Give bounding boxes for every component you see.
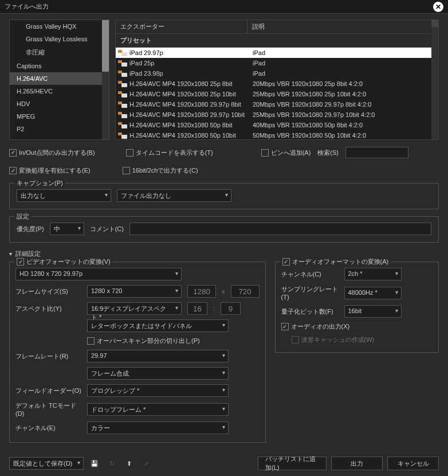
preset-name: H.264/AVC MP4 1920x1080 25p 10bit	[129, 91, 253, 97]
aspect-y-input[interactable]	[221, 302, 241, 315]
batch-button[interactable]: バッチリストに追加(L)	[258, 457, 327, 470]
preset-desc: 20Mbps VBR 1920x1080 25p 8bit 4:2:0	[253, 80, 363, 87]
preset-name: H.264/AVC MP4 1920x1080 50p 10bit	[129, 132, 253, 139]
tcmode-select[interactable]: ドロップフレーム *	[87, 403, 229, 416]
caption-title: キャプション(P)	[14, 179, 65, 188]
timecode-checkbox[interactable]: タイムコードを表示する(T)	[126, 149, 213, 157]
bottom-bar: 既定値として保存(D) 💾 ↻ ⬆ ⇗ バッチリストに追加(L) 出力 キャンセ…	[9, 457, 439, 470]
preset-name: H.264/AVC MP4 1920x1080 50p 8bit	[129, 122, 253, 128]
framerate-select[interactable]: 29.97	[87, 350, 229, 362]
preset-list: エクスポーター 説明 プリセット iPad 29.97piPadiPad 25p…	[115, 19, 439, 140]
preset-icon	[118, 60, 127, 67]
preset-row[interactable]: iPad 29.97piPad	[116, 48, 438, 58]
preset-name: iPad 23.98p	[129, 70, 253, 77]
height-input[interactable]	[231, 285, 260, 298]
priority-select[interactable]: 中	[50, 223, 84, 235]
comment-input[interactable]	[129, 223, 431, 235]
fieldorder-select[interactable]: プログレッシブ *	[87, 384, 229, 397]
preset-icon	[118, 122, 127, 128]
preset-row[interactable]: H.264/AVC MP4 1920x1080 25p 8bit20Mbps V…	[116, 79, 438, 89]
col-exporter[interactable]: エクスポーター	[116, 20, 247, 33]
width-input[interactable]	[187, 285, 216, 298]
preset-desc: 25Mbps VBR 1920x1080 29.97p 10bit 4:2:0	[253, 111, 375, 118]
inout-checkbox[interactable]: In/Out点間のみ出力する(B)	[9, 149, 95, 157]
preset-row[interactable]: H.264/AVC MP4 1920x1080 50p 8bit40Mbps V…	[116, 120, 438, 130]
convert-checkbox[interactable]: 変換処理を有効にする(E)	[9, 166, 91, 175]
tree-item[interactable]: Grass Valley HQX	[10, 20, 109, 33]
preset-icon	[118, 132, 127, 139]
caption-output-select[interactable]: 出力なし	[17, 189, 111, 202]
tree-item[interactable]: 非圧縮	[10, 45, 109, 60]
overscan-checkbox[interactable]: オーバースキャン部分の切り出し(P)	[87, 337, 200, 345]
preset-icon	[118, 71, 127, 77]
audio-channel-select[interactable]: 2ch *	[344, 268, 402, 280]
preset-group-header: プリセット	[116, 34, 438, 48]
preset-name: H.264/AVC MP4 1920x1080 29.97p 8bit	[129, 101, 253, 108]
bits-select[interactable]: 16bit	[344, 305, 402, 318]
framecomp-select[interactable]: フレーム合成	[87, 367, 229, 380]
letterbox-select[interactable]: レターボックスまたはサイドパネル	[87, 319, 229, 332]
preset-name: iPad 25p	[129, 60, 253, 67]
save-icon[interactable]: 💾	[88, 457, 101, 470]
preset-desc: 25Mbps VBR 1920x1080 25p 10bit 4:2:0	[253, 91, 366, 97]
preset-name: iPad 29.97p	[129, 49, 253, 56]
wavecache-checkbox[interactable]: 波形キャッシュの作成(W)	[292, 335, 375, 344]
col-description[interactable]: 説明	[247, 20, 438, 33]
cancel-button[interactable]: キャンセル	[387, 457, 439, 470]
list-scrollbar[interactable]	[431, 20, 438, 139]
scroll-up-icon[interactable]	[431, 20, 438, 27]
samplerate-select[interactable]: 48000Hz *	[344, 287, 402, 299]
tree-item[interactable]: Grass Valley Lossless	[10, 33, 109, 45]
close-button[interactable]: ✕	[433, 2, 443, 12]
audio-enable-checkbox[interactable]	[282, 258, 290, 266]
preset-row[interactable]: iPad 25piPad	[116, 58, 438, 68]
preset-desc: iPad	[253, 49, 265, 56]
caption-fieldset: キャプション(P) 出力なし ファイル出力なし	[9, 183, 439, 209]
comment-label: コメント(C)	[90, 225, 124, 233]
preset-icon	[118, 91, 127, 97]
video-preset-select[interactable]: HD 1280 x 720 29.97p	[15, 268, 182, 280]
settings-title: 設定	[14, 212, 32, 221]
tree-item[interactable]: MPEG	[10, 110, 109, 123]
refresh-icon[interactable]: ↻	[105, 457, 118, 470]
share-icon[interactable]: ⇗	[140, 457, 152, 470]
video-channel-select[interactable]: カラー	[87, 422, 229, 434]
category-tree[interactable]: Grass Valley HQXGrass Valley Lossless非圧縮…	[9, 19, 109, 140]
preset-name: H.264/AVC MP4 1920x1080 29.97p 10bit	[129, 111, 253, 118]
caption-file-select[interactable]: ファイル出力なし	[117, 189, 231, 202]
save-default-select[interactable]: 既定値として保存(D)	[9, 457, 84, 470]
preset-row[interactable]: H.264/AVC MP4 1920x1080 29.97p 8bit20Mbp…	[116, 99, 438, 110]
video-fieldset: ビデオフォーマットの変換(V) HD 1280 x 720 29.97p フレー…	[9, 262, 266, 443]
export-button[interactable]: 出力	[331, 457, 383, 470]
aspect-x-input[interactable]	[187, 302, 207, 315]
details-toggle[interactable]: 詳細設定	[9, 249, 439, 258]
bit16-checkbox[interactable]: 16bit/2chで出力する(C)	[123, 166, 198, 175]
titlebar: ファイルへ出力 ✕	[0, 0, 448, 14]
priority-label: 優先度(P)	[17, 225, 44, 233]
scrollbar-thumb[interactable]	[102, 20, 109, 72]
export-dialog: ファイルへ出力 ✕ Grass Valley HQXGrass Valley L…	[0, 0, 448, 476]
bin-checkbox[interactable]: ビンへ追加(A)	[261, 149, 311, 157]
audio-output-checkbox[interactable]: オーディオの出力(X)	[281, 322, 350, 331]
preset-icon	[118, 81, 127, 87]
tree-scrollbar[interactable]	[102, 20, 109, 139]
tree-item[interactable]: Captions	[10, 60, 109, 72]
aspect-select[interactable]: 16:9ディスプレイアスペクト *	[87, 302, 182, 315]
preset-row[interactable]: H.264/AVC MP4 1920x1080 50p 10bit50Mbps …	[116, 130, 438, 141]
tree-item[interactable]: H.265/HEVC	[10, 85, 109, 97]
search-input[interactable]	[345, 147, 408, 158]
preset-desc: iPad	[253, 60, 265, 67]
preset-desc: iPad	[253, 70, 265, 77]
preset-row[interactable]: H.264/AVC MP4 1920x1080 25p 10bit25Mbps …	[116, 89, 438, 99]
tree-item[interactable]: H.264/AVC	[10, 72, 109, 85]
export-up-icon[interactable]: ⬆	[123, 457, 135, 470]
search-label: 検索(S)	[317, 149, 339, 157]
preset-icon	[118, 102, 127, 108]
framesize-select[interactable]: 1280 x 720	[87, 285, 182, 298]
video-enable-checkbox[interactable]	[17, 258, 24, 266]
tree-item[interactable]: P2	[10, 123, 109, 135]
preset-row[interactable]: H.264/AVC MP4 1920x1080 29.97p 10bit25Mb…	[116, 110, 438, 120]
preset-row[interactable]: iPad 23.98piPad	[116, 68, 438, 79]
preset-desc: 20Mbps VBR 1920x1080 29.97p 8bit 4:2:0	[253, 101, 371, 108]
tree-item[interactable]: HDV	[10, 97, 109, 110]
